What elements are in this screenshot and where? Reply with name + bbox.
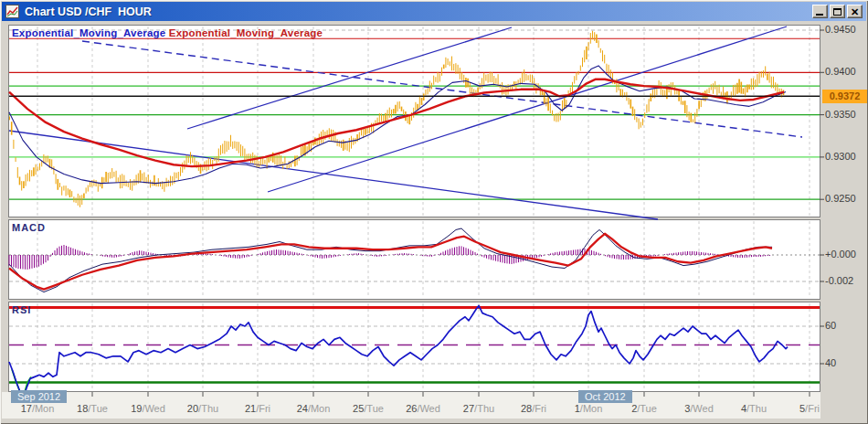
rsi-axis-label: 60 — [825, 320, 867, 331]
month-badge: Oct 2012 — [578, 390, 632, 403]
price-chart-panel[interactable] — [9, 26, 820, 217]
date-axis-label: 1/Mon — [567, 403, 609, 414]
date-axis-label: 3/Wed — [678, 403, 720, 414]
date-axis-label: 20/Thu — [182, 403, 224, 414]
date-axis-label: 26/Wed — [402, 403, 444, 414]
rsi-axis-label: 40 — [825, 357, 867, 368]
rsi-panel-label: RSI — [12, 304, 31, 315]
macd-panel-label: MACD — [12, 222, 46, 233]
date-axis-label: 25/Tue — [347, 403, 389, 414]
app-window: Chart USD /CHF HOUR ✕ Exponential_Moving… — [0, 0, 868, 424]
date-axis-label: 28/Fri — [513, 403, 555, 414]
month-badge: Sep 2012 — [11, 390, 67, 403]
date-axis-label: 17/Mon — [16, 403, 58, 414]
date-axis-label: 4/Thu — [733, 403, 775, 414]
date-axis-label: 18/Tue — [71, 403, 113, 414]
rsi-panel[interactable] — [9, 302, 820, 391]
ema-label-blue: Exponential_Moving_Average — [12, 27, 165, 38]
price-axis-label: 0.9400 — [825, 66, 867, 77]
price-axis-label: 0.9300 — [825, 151, 867, 162]
price-axis-label: 0.9250 — [825, 193, 867, 204]
date-axis-label: 5/Fri — [789, 403, 831, 414]
date-axis-label: 21/Fri — [237, 403, 279, 414]
date-axis-label: 19/Wed — [127, 403, 169, 414]
macd-axis-label: -0.002 — [825, 275, 867, 286]
indicator-header: Exponential_Moving_Average Exponential_M… — [12, 27, 323, 38]
price-axis-label: 0.9350 — [825, 109, 867, 120]
current-price-badge: 0.9372 — [822, 90, 867, 103]
date-axis-label: 24/Mon — [292, 403, 334, 414]
ema-label-red: Exponential_Moving_Average — [169, 27, 323, 38]
macd-panel[interactable] — [9, 220, 820, 299]
price-axis-label: 0.9450 — [825, 24, 867, 35]
macd-axis-label: +0.000 — [825, 249, 867, 260]
date-axis-label: 27/Thu — [458, 403, 500, 414]
date-axis-label: 2/Tue — [623, 403, 665, 414]
